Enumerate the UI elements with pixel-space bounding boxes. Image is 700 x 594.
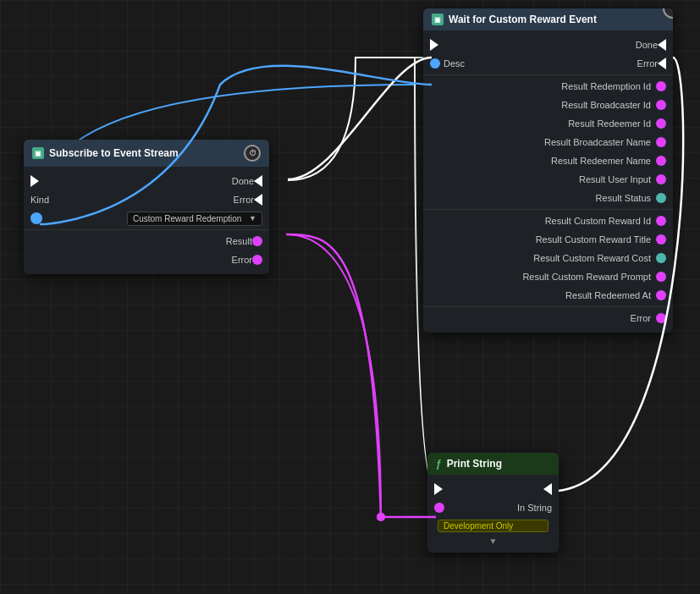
subscribe-node-icon: ▣ — [32, 147, 44, 159]
subscribe-row-error: Kind Error — [24, 190, 269, 209]
print-node: ƒ Print String In String Development Onl… — [427, 453, 559, 553]
print-dev-badge-container: Development Only — [433, 520, 554, 532]
print-node-header: ƒ Print String — [427, 453, 559, 475]
wait-row-error2: Error — [423, 309, 673, 327]
wait-reward-title-label: Result Custom Reward Title — [430, 234, 651, 245]
wait-row-done: Done — [423, 36, 673, 54]
wait-pin-reward-title[interactable] — [656, 234, 666, 245]
wait-pin-exec-in[interactable] — [430, 39, 438, 51]
subscribe-pin-error2-out[interactable] — [252, 255, 262, 265]
subscribe-dropdown-value: Custom Reward Redemption — [133, 214, 241, 223]
wait-row-reward-id: Result Custom Reward Id — [423, 212, 673, 230]
wait-broadcaster-id-label: Result Broadcaster Id — [430, 100, 651, 110]
wait-error-label: Error — [637, 58, 658, 69]
print-f-icon: ƒ — [436, 458, 442, 470]
print-dev-badge: Development Only — [438, 520, 548, 532]
wait-redeemed-at-label: Result Redeemed At — [430, 290, 651, 300]
subscribe-node-body: Done Kind Error Custom Reward Redemption… — [24, 167, 269, 274]
subscribe-error2-label: Error — [232, 255, 252, 265]
subscribe-row-exec: Done — [24, 172, 269, 190]
wait-pin-error2-out[interactable] — [656, 313, 666, 323]
wait-status-label: Result Status — [430, 193, 651, 203]
wait-node-title: Wait for Custom Reward Event — [449, 14, 597, 25]
subscribe-error-label: Error — [234, 195, 254, 205]
wait-row-error: Desc Error — [423, 54, 673, 73]
wait-row-broadcaster-id: Result Broadcaster Id — [423, 96, 673, 114]
svg-point-0 — [377, 513, 385, 521]
subscribe-pin-exec-in[interactable] — [30, 175, 39, 187]
wait-desc-label: Desc — [444, 58, 637, 69]
wait-row-redeemer-name: Result Redeemer Name — [423, 151, 673, 170]
print-row-in-string: In String — [427, 498, 559, 517]
wait-pin-error-out[interactable] — [658, 58, 666, 69]
subscribe-dropdown[interactable]: Custom Reward Redemption ▼ — [127, 212, 262, 226]
print-pin-exec-out[interactable] — [543, 483, 552, 495]
print-in-string-label: In String — [517, 503, 552, 513]
wait-pin-reward-cost[interactable] — [656, 253, 666, 263]
wait-pin-status[interactable] — [656, 193, 666, 203]
wait-reward-prompt-label: Result Custom Reward Prompt — [430, 272, 651, 282]
wait-done-label: Done — [636, 40, 658, 50]
wait-pin-reward-id[interactable] — [656, 216, 666, 226]
subscribe-pin-done-out[interactable] — [254, 175, 262, 187]
print-pin-exec-in[interactable] — [434, 483, 443, 495]
subscribe-node-title: Subscribe to Event Stream — [49, 147, 179, 159]
wait-error2-label: Error — [430, 313, 651, 323]
subscribe-row-result: Result — [24, 232, 269, 250]
wait-pin-redeemer-id[interactable] — [656, 118, 666, 129]
wait-pin-broadcaster-id[interactable] — [656, 100, 666, 110]
wait-row-reward-prompt: Result Custom Reward Prompt — [423, 267, 673, 286]
wait-pin-redeemed-at[interactable] — [656, 290, 666, 300]
wait-broadcaster-name-label: Result Broadcaster Name — [430, 137, 651, 147]
wait-row-status: Result Status — [423, 189, 673, 207]
print-dev-only-label: Development Only — [444, 521, 513, 531]
wait-reward-id-label: Result Custom Reward Id — [430, 216, 651, 226]
wait-pin-redeemer-name[interactable] — [656, 156, 666, 166]
subscribe-pin-error-out[interactable] — [254, 194, 262, 206]
wait-node-header: ▣ Wait for Custom Reward Event — [423, 8, 673, 30]
wait-pin-user-input[interactable] — [656, 174, 666, 184]
dropdown-arrow-icon: ▼ — [249, 214, 256, 223]
print-row-exec — [427, 480, 559, 498]
wait-row-redemption-id: Result Redemption Id — [423, 77, 673, 96]
wait-pin-broadcaster-name[interactable] — [656, 137, 666, 147]
subscribe-node: ▣ Subscribe to Event Stream ⏱ Done Kind … — [24, 140, 269, 274]
wait-node: ⏱ ▣ Wait for Custom Reward Event Done De… — [423, 8, 673, 333]
wait-node-body: Done Desc Error Result Redemption Id Res… — [423, 30, 673, 333]
subscribe-result-label: Result — [226, 236, 252, 246]
subscribe-pin-result-out[interactable] — [252, 236, 262, 246]
subscribe-node-header: ▣ Subscribe to Event Stream ⏱ — [24, 140, 269, 167]
subscribe-done-label: Done — [232, 176, 254, 186]
wait-pin-desc-in[interactable] — [430, 58, 440, 69]
wait-node-icon: ▣ — [432, 14, 444, 25]
subscribe-kind-label: Kind — [30, 195, 234, 205]
print-pin-in-string[interactable] — [434, 503, 444, 513]
wait-row-broadcaster-name: Result Broadcaster Name — [423, 133, 673, 151]
wait-reward-cost-label: Result Custom Reward Cost — [430, 253, 651, 263]
wait-row-reward-title: Result Custom Reward Title — [423, 230, 673, 249]
print-node-title: Print String — [447, 458, 502, 470]
wait-row-redeemed-at: Result Redeemed At — [423, 286, 673, 305]
wait-row-reward-cost: Result Custom Reward Cost — [423, 249, 673, 267]
wait-user-input-label: Result User Input — [430, 174, 651, 184]
wait-redeemer-name-label: Result Redeemer Name — [430, 156, 651, 166]
clock-badge: ⏱ — [244, 145, 261, 162]
wait-row-redeemer-id: Result Redeemer Id — [423, 114, 673, 133]
wait-row-user-input: Result User Input — [423, 170, 673, 189]
svg-point-1 — [377, 513, 385, 521]
wait-redeemer-id-label: Result Redeemer Id — [430, 118, 651, 129]
wait-pin-redemption-id[interactable] — [656, 81, 666, 91]
subscribe-pin-desc-in[interactable] — [30, 212, 42, 224]
subscribe-dropdown-row: Custom Reward Redemption ▼ — [24, 209, 269, 228]
wait-pin-done-out[interactable] — [658, 39, 666, 51]
print-node-body: In String Development Only ▼ — [427, 475, 559, 553]
wait-redemption-id-label: Result Redemption Id — [430, 81, 651, 91]
subscribe-row-error2: Error — [24, 250, 269, 269]
wait-pin-reward-prompt[interactable] — [656, 272, 666, 282]
print-chevron-down[interactable]: ▼ — [427, 535, 559, 547]
